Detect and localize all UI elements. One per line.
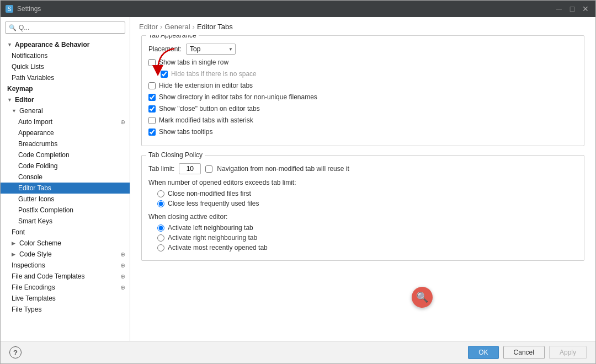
sidebar-item-code-style[interactable]: ▶ Code Style ⊕ [1, 249, 130, 260]
sidebar-item-label: Code Style [19, 250, 52, 258]
show-single-row-row: Show tabs in single row [148, 58, 577, 67]
bottom-left: ? [9, 346, 22, 358]
show-close-row: Show "close" button on editor tabs [148, 104, 577, 113]
window-controls: ─ □ ✕ [554, 3, 591, 14]
hide-extension-label: Hide file extension in editor tabs [159, 82, 253, 89]
show-directory-checkbox[interactable] [148, 94, 156, 101]
placement-select[interactable]: Top Bottom Left Right [186, 44, 236, 55]
sidebar-item-label: Inspections [12, 261, 45, 269]
breadcrumb-current: Editor Tabs [197, 23, 233, 31]
sidebar-item-label: File Encodings [12, 283, 55, 291]
sidebar: 🔍 ▼ Appearance & Behavior Notifications … [1, 17, 130, 341]
expand-arrow: ▶ [12, 251, 17, 257]
cancel-button[interactable]: Cancel [503, 346, 545, 359]
sidebar-item-code-folding[interactable]: Code Folding [1, 160, 130, 172]
search-box[interactable]: 🔍 [5, 22, 125, 34]
mark-modified-label: Mark modified tabs with asterisk [159, 116, 253, 124]
sidebar-item-label: Editor Tabs [18, 184, 51, 192]
sidebar-item-quick-lists[interactable]: Quick Lists [1, 61, 130, 72]
search-icon: 🔍 [9, 24, 17, 31]
sidebar-item-smart-keys[interactable]: Smart Keys [1, 216, 130, 227]
breadcrumb: Editor › General › Editor Tabs [130, 17, 595, 35]
sidebar-item-label: Quick Lists [12, 63, 44, 71]
copy-icon: ⊕ [120, 262, 125, 269]
activate-recent-row: Activate most recently opened tab [148, 244, 577, 251]
closing-active-label: When closing active editor: [148, 213, 577, 221]
maximize-button[interactable]: □ [567, 3, 578, 14]
tab-appearance-content: Placement: Top Bottom Left Right [142, 36, 584, 146]
sidebar-item-font[interactable]: Font [1, 227, 130, 238]
bottom-right: OK Cancel Apply [468, 346, 587, 359]
right-panel: Editor › General › Editor Tabs [130, 17, 595, 341]
placement-row: Placement: Top Bottom Left Right [148, 44, 577, 55]
title-bar: S Settings ─ □ ✕ [1, 1, 595, 17]
tab-limit-label: Tab limit: [148, 165, 174, 173]
settings-content: Tab Appearance Placement: Top Bottom Lef… [130, 35, 595, 341]
sidebar-item-color-scheme[interactable]: ▶ Color Scheme [1, 238, 130, 249]
sidebar-section-keymap[interactable]: Keymap [1, 83, 130, 94]
sidebar-item-general[interactable]: ▼ General [1, 105, 130, 116]
nav-checkbox-label: Navigation from non-modified tab will re… [217, 165, 349, 173]
close-non-modified-row: Close non-modified files first [148, 190, 577, 197]
sidebar-item-live-templates[interactable]: Live Templates [1, 293, 130, 304]
sidebar-item-gutter-icons[interactable]: Gutter Icons [1, 194, 130, 205]
sidebar-item-auto-import[interactable]: Auto Import ⊕ [1, 116, 130, 127]
show-directory-row: Show directory in editor tabs for non-un… [148, 93, 577, 101]
sidebar-item-label: Path Variables [12, 74, 54, 82]
sidebar-item-console[interactable]: Console [1, 172, 130, 183]
sidebar-item-postfix-completion[interactable]: Postfix Completion [1, 205, 130, 216]
expand-arrow: ▼ [12, 108, 17, 114]
sidebar-item-notifications[interactable]: Notifications [1, 50, 130, 61]
activate-left-radio[interactable] [157, 224, 164, 232]
closing-active-radio-group: Activate left neighbouring tab Activate … [148, 224, 577, 251]
sidebar-item-label: Console [18, 173, 42, 181]
copy-icon: ⊕ [120, 273, 125, 280]
close-less-used-radio[interactable] [157, 200, 164, 207]
sidebar-item-inspections[interactable]: Inspections ⊕ [1, 260, 130, 271]
svg-text:S: S [8, 6, 12, 12]
activate-right-label: Activate right neighbouring tab [168, 234, 257, 242]
sidebar-item-code-completion[interactable]: Code Completion [1, 149, 130, 160]
bottom-bar: ? OK Cancel Apply [1, 341, 595, 363]
sidebar-item-breadcrumbs[interactable]: Breadcrumbs [1, 138, 130, 149]
sidebar-item-label: File Types [12, 306, 41, 313]
nav-checkbox[interactable] [205, 165, 212, 173]
copy-icon: ⊕ [120, 284, 125, 291]
activate-right-radio[interactable] [157, 234, 164, 242]
sidebar-section-editor[interactable]: ▼ Editor [1, 94, 130, 105]
show-single-row-checkbox[interactable] [148, 59, 156, 66]
sidebar-item-label: Live Templates [12, 295, 56, 302]
sidebar-item-path-variables[interactable]: Path Variables [1, 72, 130, 83]
placement-select-wrapper: Top Bottom Left Right [186, 44, 236, 55]
sidebar-item-file-types[interactable]: File Types [1, 304, 130, 315]
help-button[interactable]: ? [9, 346, 22, 358]
hide-extension-checkbox[interactable] [148, 82, 156, 89]
tab-limit-row: Tab limit: Navigation from non-modified … [148, 163, 577, 174]
activate-left-row: Activate left neighbouring tab [148, 224, 577, 232]
floating-search-button[interactable]: 🔍 [412, 287, 433, 308]
show-close-checkbox[interactable] [148, 105, 156, 113]
close-button[interactable]: ✕ [580, 3, 591, 14]
activate-recent-radio[interactable] [157, 244, 164, 251]
tab-limit-input[interactable] [179, 163, 201, 174]
search-input[interactable] [19, 24, 121, 31]
show-tooltips-checkbox[interactable] [148, 129, 156, 136]
sidebar-item-file-code-templates[interactable]: File and Code Templates ⊕ [1, 271, 130, 282]
sidebar-item-file-encodings[interactable]: File Encodings ⊕ [1, 282, 130, 293]
sidebar-item-appearance[interactable]: Appearance [1, 127, 130, 138]
sidebar-section-appearance-behavior[interactable]: ▼ Appearance & Behavior [1, 39, 130, 50]
window-title: Settings [17, 5, 41, 13]
close-non-modified-radio[interactable] [157, 190, 164, 197]
hide-tabs-checkbox[interactable] [161, 71, 168, 78]
expand-arrow: ▶ [12, 240, 17, 246]
exceed-radio-group: Close non-modified files first Close les… [148, 190, 577, 207]
copy-icon: ⊕ [120, 251, 125, 258]
expand-arrow: ▼ [7, 97, 13, 103]
breadcrumb-sep1: › [160, 23, 162, 31]
breadcrumb-part1: Editor [139, 23, 158, 31]
ok-button[interactable]: OK [468, 346, 498, 359]
sidebar-item-editor-tabs[interactable]: Editor Tabs [1, 183, 130, 194]
minimize-button[interactable]: ─ [554, 3, 565, 14]
mark-modified-checkbox[interactable] [148, 117, 156, 124]
sidebar-item-label: Postfix Completion [18, 206, 73, 214]
